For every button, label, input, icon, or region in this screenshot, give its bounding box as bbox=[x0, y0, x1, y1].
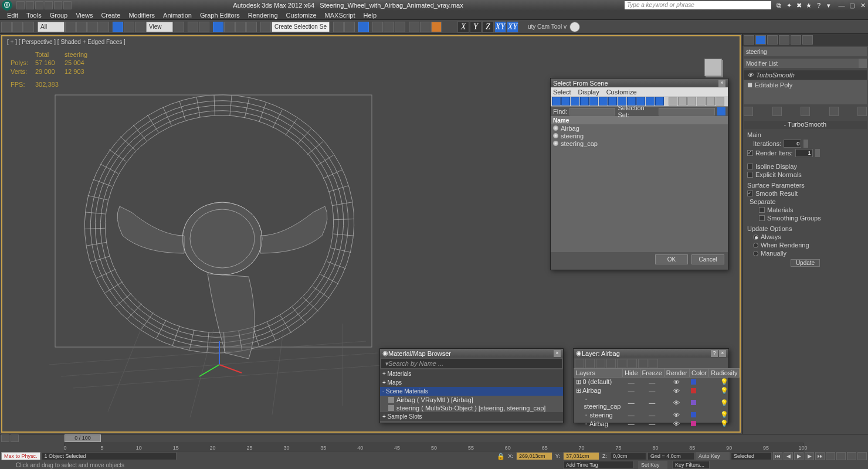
axis-z-button[interactable]: Z bbox=[482, 21, 494, 33]
play-icon[interactable]: ▶ bbox=[794, 452, 803, 460]
snap-toggle-icon[interactable] bbox=[213, 22, 223, 32]
select-name-icon[interactable] bbox=[76, 22, 87, 32]
menu-tools[interactable]: Tools bbox=[23, 11, 45, 19]
ghosty-cam-icon[interactable] bbox=[569, 22, 580, 32]
new-layer-icon[interactable] bbox=[575, 359, 584, 368]
modifier-item[interactable]: 👁TurboSmooth bbox=[744, 70, 867, 80]
render-iters-spinner[interactable]: 1 bbox=[795, 149, 813, 157]
close-icon[interactable]: × bbox=[719, 350, 726, 357]
help-icon[interactable]: ? bbox=[815, 1, 823, 9]
select-all-icon[interactable] bbox=[697, 97, 706, 106]
display-children-icon[interactable] bbox=[669, 97, 677, 106]
qat-redo-icon[interactable] bbox=[54, 1, 62, 9]
update-manual-radio[interactable] bbox=[753, 251, 758, 256]
next-frame-icon[interactable]: ▶ bbox=[805, 452, 814, 460]
layer-row[interactable]: ⬝ Airbag ——👁 💡 bbox=[574, 419, 740, 428]
unlink-icon[interactable] bbox=[12, 22, 23, 32]
display-influences-icon[interactable] bbox=[678, 97, 687, 106]
find-input[interactable] bbox=[569, 108, 615, 115]
menu-help[interactable]: Help bbox=[360, 11, 381, 19]
cat-materials[interactable]: + Materials bbox=[380, 369, 563, 378]
angle-snap-icon[interactable] bbox=[224, 22, 235, 32]
spinner-arrows-icon[interactable] bbox=[803, 140, 808, 148]
tab-create-icon[interactable] bbox=[744, 35, 754, 45]
spinner-arrows-icon[interactable] bbox=[815, 149, 820, 157]
layer-mgr-icon[interactable] bbox=[358, 22, 369, 32]
render-setup-icon[interactable] bbox=[409, 22, 419, 32]
menu-views[interactable]: Views bbox=[72, 11, 96, 19]
sfs-menu-customize[interactable]: Customize bbox=[606, 89, 637, 96]
col-color[interactable]: Color bbox=[689, 369, 708, 378]
select-rotate-icon[interactable] bbox=[124, 22, 134, 32]
exchange-icon[interactable]: ✖ bbox=[795, 1, 803, 9]
axis-xy2-button[interactable]: XY bbox=[507, 21, 518, 33]
filter-selset-icon[interactable] bbox=[717, 107, 725, 115]
qat-open-icon[interactable] bbox=[26, 1, 34, 9]
layer-row[interactable]: ⊞ Airbag ——👁 💡 bbox=[574, 386, 740, 395]
selection-set-input[interactable] bbox=[659, 108, 715, 115]
menu-edit[interactable]: Edit bbox=[4, 11, 22, 19]
link-icon[interactable] bbox=[1, 22, 12, 32]
configure-sets-icon[interactable] bbox=[857, 107, 867, 116]
prev-frame-icon[interactable]: ◀ bbox=[784, 452, 793, 460]
percent-snap-icon[interactable] bbox=[235, 22, 246, 32]
menu-animation[interactable]: Animation bbox=[160, 11, 195, 19]
freeze-unfreeze-icon[interactable] bbox=[638, 359, 647, 368]
menu-graph-editors[interactable]: Graph Editors bbox=[196, 11, 243, 19]
filter-shapes-icon[interactable] bbox=[561, 97, 570, 106]
filter-groups-icon[interactable] bbox=[608, 97, 617, 106]
select-region-icon[interactable] bbox=[87, 22, 98, 32]
viewport-label[interactable]: [ + ] [ Perspective ] [ Shaded + Edged F… bbox=[7, 39, 126, 45]
tab-modify-icon[interactable] bbox=[755, 35, 766, 45]
selection-filter-dropdown[interactable]: All bbox=[38, 22, 65, 32]
qat-undo-icon[interactable] bbox=[45, 1, 53, 9]
schematic-icon[interactable] bbox=[384, 22, 394, 32]
y-coord-field[interactable]: 37,031cm bbox=[563, 452, 599, 460]
menu-customize[interactable]: Customize bbox=[283, 11, 320, 19]
mirror-icon[interactable] bbox=[333, 22, 344, 32]
iterations-spinner[interactable]: 0 bbox=[784, 140, 801, 148]
update-render-radio[interactable] bbox=[753, 243, 758, 248]
filter-space-warps-icon[interactable] bbox=[599, 97, 608, 106]
subscription-icon[interactable]: ✦ bbox=[785, 1, 793, 9]
isoline-check[interactable] bbox=[747, 164, 753, 169]
z-coord-field[interactable]: 0,0cm bbox=[610, 452, 646, 460]
set-key-button[interactable]: Set Key bbox=[638, 461, 667, 469]
remove-modifier-icon[interactable] bbox=[829, 107, 839, 116]
filter-helpers-icon[interactable] bbox=[589, 97, 598, 106]
infocenter-icon[interactable]: ⧉ bbox=[775, 1, 783, 9]
col-layers[interactable]: Layers bbox=[574, 369, 623, 378]
tl-right-icon[interactable] bbox=[11, 434, 19, 442]
cat-maps[interactable]: + Maps bbox=[380, 378, 563, 387]
sep-sg-check[interactable] bbox=[759, 215, 765, 221]
smooth-result-check[interactable] bbox=[747, 191, 753, 196]
maxscript-button[interactable]: Max to Physc. bbox=[1, 452, 40, 460]
x-coord-field[interactable]: 269,013cm bbox=[516, 452, 552, 460]
menu-maxscript[interactable]: MAXScript bbox=[321, 11, 359, 19]
align-icon[interactable] bbox=[344, 22, 355, 32]
highlight-layer-icon[interactable] bbox=[617, 359, 626, 368]
make-unique-icon[interactable] bbox=[801, 107, 810, 116]
tab-hierarchy-icon[interactable] bbox=[767, 35, 778, 45]
close-icon[interactable]: ✕ bbox=[857, 1, 868, 9]
update-always-radio[interactable] bbox=[753, 235, 758, 240]
key-filter-dropdown[interactable]: Selected bbox=[731, 452, 772, 460]
select-scale-icon[interactable] bbox=[135, 22, 145, 32]
time-slider[interactable]: 0 / 100 bbox=[65, 434, 101, 442]
nav-orbital-icon[interactable] bbox=[847, 452, 856, 460]
material-editor-icon[interactable] bbox=[395, 22, 405, 32]
render-iters-check[interactable] bbox=[747, 150, 753, 156]
pivot-icon[interactable] bbox=[174, 22, 184, 32]
render-prod-icon[interactable] bbox=[431, 22, 442, 32]
tab-motion-icon[interactable] bbox=[779, 35, 789, 45]
modifier-stack[interactable]: 👁TurboSmooth ◼Editable Poly bbox=[744, 70, 867, 104]
menu-create[interactable]: Create bbox=[97, 11, 124, 19]
layer-props-icon[interactable] bbox=[649, 359, 658, 368]
dropdown-arrow-icon[interactable] bbox=[859, 59, 867, 68]
maximize-icon[interactable]: ▢ bbox=[847, 1, 857, 9]
select-layer-icon[interactable] bbox=[606, 359, 616, 368]
tl-left-icon[interactable] bbox=[1, 434, 9, 442]
goto-end-icon[interactable]: ⏭ bbox=[815, 452, 825, 460]
col-hide[interactable]: Hide bbox=[622, 369, 640, 378]
cat-scene-materials[interactable]: - Scene Materials bbox=[380, 387, 563, 396]
